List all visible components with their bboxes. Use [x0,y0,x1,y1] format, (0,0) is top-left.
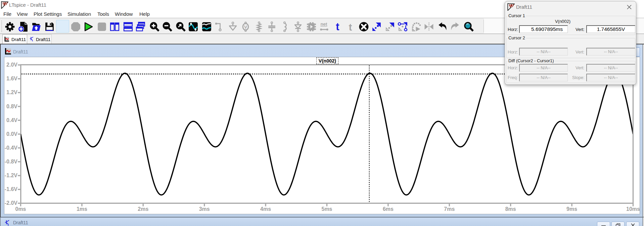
svg-text:t: t [349,22,352,32]
svg-text:t: t [336,22,339,32]
svg-text:V: V [244,25,247,30]
svg-text:net: net [320,22,327,27]
